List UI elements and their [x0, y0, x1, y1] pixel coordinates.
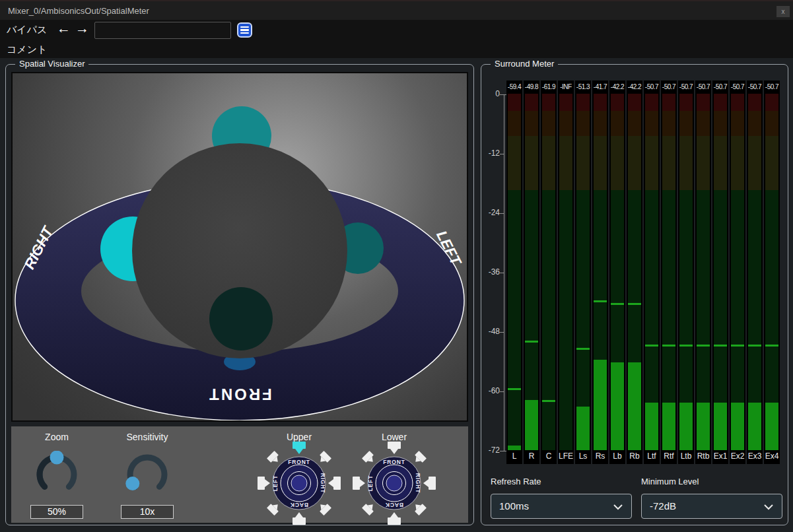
- minimum-level-select[interactable]: -72dB: [641, 494, 782, 519]
- speaker-icon[interactable]: [293, 512, 306, 525]
- speaker-icon[interactable]: [316, 500, 331, 515]
- speaker-blob-bottom-front: [209, 287, 273, 350]
- peak-readout: -49.8: [524, 81, 539, 94]
- chevron-down-icon: [613, 504, 623, 510]
- channel-label: Ex1: [712, 450, 728, 464]
- zoom-value-box[interactable]: 50%: [30, 505, 83, 519]
- peak-hold-mark: [679, 345, 693, 347]
- meter-channel-Ltf: -50.7Ltf: [644, 81, 660, 464]
- meter-channel-Rtf: -50.7Rtf: [661, 81, 677, 464]
- meter-columns: -59.4L-49.8R-61.9C-INFLFE-51.3Ls-41.7Rs-…: [506, 81, 780, 464]
- speaker-icon[interactable]: [316, 451, 331, 466]
- meter-track: [541, 94, 557, 450]
- peak-hold-mark: [525, 341, 538, 343]
- peak-readout: -59.4: [506, 81, 522, 94]
- back-arrow-icon[interactable]: ←: [57, 20, 71, 36]
- speaker-icon[interactable]: [267, 451, 282, 466]
- refresh-rate-select[interactable]: 100ms: [491, 494, 632, 519]
- close-button[interactable]: x: [776, 6, 790, 17]
- meter-track: [592, 94, 608, 450]
- peak-readout: -61.9: [541, 81, 557, 94]
- meter-track: [730, 94, 745, 450]
- spatial-visualizer-title: Spatial Visualizer: [15, 59, 88, 69]
- db-axis-line: [504, 94, 504, 451]
- speaker-icon[interactable]: [353, 477, 365, 490]
- sensitivity-label: Sensitivity: [108, 432, 187, 442]
- peak-hold-mark: [714, 345, 727, 347]
- peak-readout: -41.7: [592, 81, 608, 94]
- meter-channel-Ex1: -50.7Ex1: [712, 81, 728, 464]
- peak-readout: -50.7: [678, 81, 694, 94]
- peak-hold-mark: [697, 345, 710, 347]
- meter-bar: [628, 362, 641, 451]
- speaker-icon[interactable]: [258, 477, 270, 490]
- speaker-icon[interactable]: [362, 451, 377, 466]
- meter-track: [627, 94, 642, 450]
- scale-tick-label: -36: [483, 267, 500, 277]
- meter-bar: [594, 360, 607, 450]
- peak-hold-mark: [628, 303, 641, 305]
- meter-track: [524, 94, 539, 450]
- meter-bar: [765, 403, 778, 450]
- meter-bar: [645, 403, 658, 450]
- meter-bar: [525, 400, 538, 451]
- spatial-scene: RIGHT LEFT FRONT: [13, 73, 467, 420]
- meter-channel-Lb: -42.2Lb: [609, 81, 625, 464]
- channel-label: Lb: [609, 450, 625, 464]
- forward-arrow-icon[interactable]: →: [75, 20, 89, 36]
- refresh-rate-label: Refresh Rate: [491, 477, 541, 486]
- speaker-icon[interactable]: [362, 500, 377, 515]
- meter-channel-Rs: -41.7Rs: [592, 81, 608, 464]
- dial-left-label: LEFT: [272, 475, 279, 491]
- peak-readout: -50.7: [695, 81, 711, 94]
- meter-track: [575, 94, 591, 450]
- peak-hold-mark: [576, 348, 590, 350]
- peak-readout: -50.7: [712, 81, 728, 94]
- sensitivity-value-box[interactable]: 10x: [121, 505, 174, 519]
- dial-back-label: BACK: [385, 502, 403, 508]
- speaker-icon[interactable]: [388, 442, 401, 454]
- channel-label: Ex2: [730, 450, 745, 464]
- peak-hold-mark: [611, 303, 624, 305]
- peak-readout: -50.7: [644, 81, 660, 94]
- speaker-icon[interactable]: [411, 500, 427, 515]
- speaker-icon[interactable]: [411, 451, 427, 466]
- peak-hold-mark: [748, 345, 761, 347]
- bypass-button[interactable]: バイパス: [7, 24, 47, 36]
- meter-track: [747, 94, 763, 450]
- meter-channel-L: -59.4L: [506, 81, 522, 464]
- peak-hold-mark: [594, 300, 607, 302]
- peak-readout: -42.2: [609, 81, 625, 94]
- sensitivity-knob[interactable]: [123, 451, 171, 498]
- menu-icon: [240, 26, 249, 28]
- peak-hold-mark: [542, 400, 555, 402]
- menu-button[interactable]: [237, 22, 252, 38]
- speaker-icon[interactable]: [293, 442, 306, 454]
- meter-bar: [748, 403, 761, 450]
- meter-track: [558, 94, 574, 450]
- zoom-knob[interactable]: [33, 451, 81, 498]
- peak-readout: -42.2: [627, 81, 642, 94]
- zoom-label: Zoom: [17, 432, 96, 442]
- speaker-icon[interactable]: [328, 477, 341, 490]
- meter-channel-Ls: -51.3Ls: [575, 81, 591, 464]
- meter-track: [661, 94, 677, 450]
- surround-meter-title: Surround Meter: [491, 59, 558, 69]
- speaker-icon[interactable]: [423, 477, 436, 490]
- dial-right-label: RIGHT: [320, 473, 326, 493]
- spatial-visualizer-canvas[interactable]: RIGHT LEFT FRONT: [11, 72, 468, 422]
- minimum-level-label: Minimum Level: [641, 477, 699, 486]
- dial-left-label: LEFT: [367, 475, 374, 491]
- upper-speaker-dial[interactable]: FRONT RIGHT BACK LEFT: [256, 440, 343, 527]
- meter-channel-LFE: -INFLFE: [558, 81, 574, 464]
- meter-bar: [714, 403, 727, 450]
- knob-handle: [50, 451, 64, 465]
- channel-label: Rb: [627, 450, 642, 464]
- channel-label: LFE: [558, 450, 574, 464]
- speaker-icon[interactable]: [388, 512, 401, 525]
- search-input[interactable]: [94, 22, 231, 39]
- lower-speaker-dial[interactable]: FRONT RIGHT BACK LEFT: [351, 440, 438, 527]
- scale-tick-label: 0: [483, 89, 500, 98]
- speaker-icon[interactable]: [267, 500, 282, 515]
- peak-hold-mark: [508, 388, 521, 390]
